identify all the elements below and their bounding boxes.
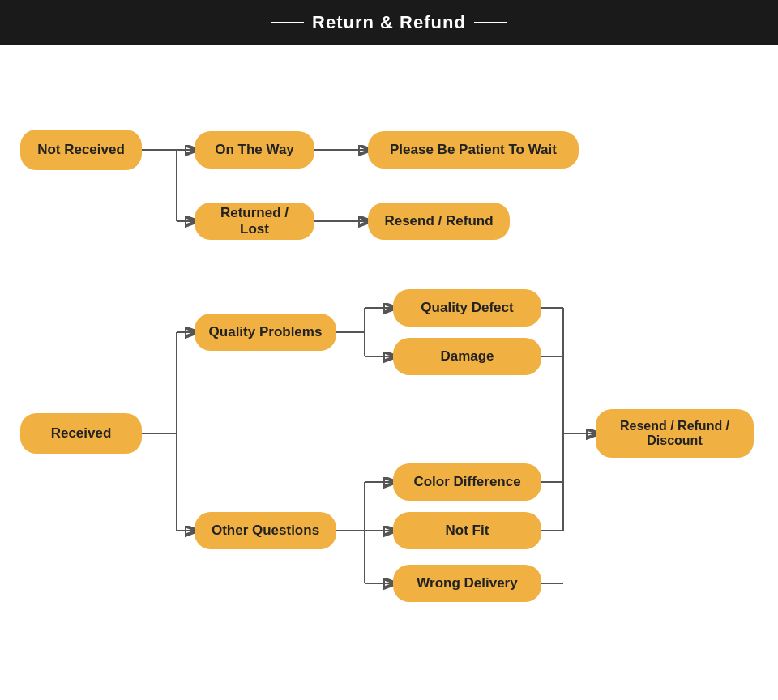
header-title: Return & Refund <box>271 12 507 33</box>
header: Return & Refund <box>0 0 778 45</box>
quality-defect-node: Quality Defect <box>393 289 541 327</box>
please-be-patient-node: Please Be Patient To Wait <box>368 131 579 169</box>
header-title-text: Return & Refund <box>312 12 466 33</box>
damage-node: Damage <box>393 338 541 375</box>
diagram: Not Received On The Way Please Be Patien… <box>0 45 778 700</box>
returned-lost-node: Returned / Lost <box>194 203 314 240</box>
received-node: Received <box>20 413 142 454</box>
color-difference-node: Color Difference <box>393 463 541 501</box>
quality-problems-node: Quality Problems <box>194 314 336 351</box>
resend-refund-discount-node: Resend / Refund / Discount <box>596 409 754 458</box>
on-the-way-node: On The Way <box>194 131 314 169</box>
resend-refund-node: Resend / Refund <box>368 203 510 240</box>
wrong-delivery-node: Wrong Delivery <box>393 565 541 602</box>
not-fit-node: Not Fit <box>393 512 541 549</box>
other-questions-node: Other Questions <box>194 512 336 549</box>
not-received-node: Not Received <box>20 130 142 170</box>
